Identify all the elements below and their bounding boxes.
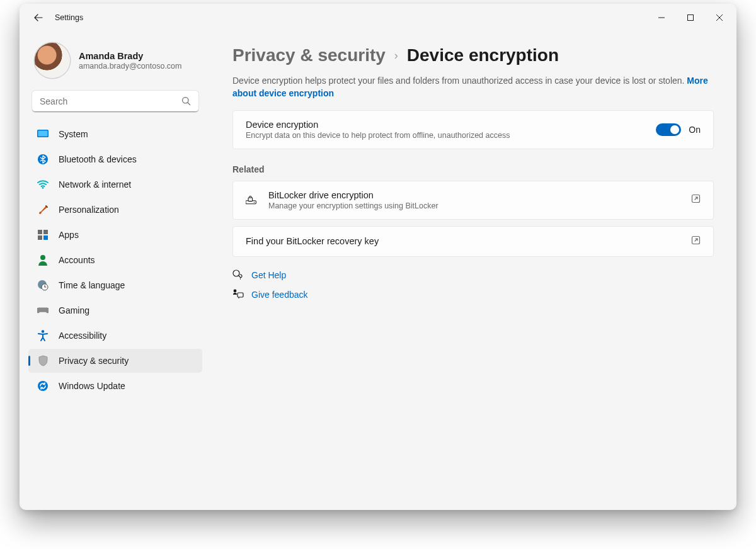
- related-heading: Related: [232, 164, 714, 174]
- nav: System Bluetooth & devices Network & int…: [28, 122, 202, 398]
- sidebar-item-update[interactable]: Windows Update: [28, 374, 202, 398]
- bluetooth-icon: [37, 154, 49, 165]
- svg-rect-0: [688, 15, 694, 21]
- svg-point-22: [240, 278, 241, 279]
- lead-text: Device encryption helps protect your fil…: [232, 74, 714, 100]
- svg-point-5: [42, 187, 44, 189]
- sidebar-item-gaming[interactable]: Gaming: [28, 298, 202, 322]
- svg-point-14: [42, 330, 44, 332]
- card-subtitle: Manage your encryption settings using Bi…: [268, 201, 680, 210]
- sidebar-item-apps[interactable]: Apps: [28, 223, 202, 247]
- profile-name: Amanda Brady: [79, 51, 181, 61]
- avatar: [35, 43, 70, 78]
- bitlocker-recovery-key-row[interactable]: Find your BitLocker recovery key: [232, 226, 714, 257]
- encryption-toggle[interactable]: On: [656, 123, 701, 136]
- sidebar: Amanda Brady amanda.brady@contoso.com Sy…: [20, 31, 209, 510]
- search-wrap: [32, 91, 198, 112]
- breadcrumb: Privacy & security › Device encryption: [232, 45, 714, 65]
- svg-point-15: [38, 381, 48, 391]
- minimize-button[interactable]: [647, 8, 676, 28]
- sidebar-item-time[interactable]: Time & language: [28, 273, 202, 297]
- window-title: Settings: [55, 13, 83, 22]
- svg-point-10: [40, 255, 45, 260]
- feedback-icon: [232, 289, 244, 301]
- sidebar-item-label: Apps: [59, 230, 79, 240]
- brush-icon: [37, 204, 49, 215]
- system-icon: [37, 128, 49, 140]
- card-title: Find your BitLocker recovery key: [246, 236, 680, 246]
- sidebar-item-accounts[interactable]: Accounts: [28, 248, 202, 272]
- sidebar-item-label: Windows Update: [59, 381, 125, 391]
- arrow-left-icon: [33, 13, 43, 23]
- update-icon: [37, 380, 49, 392]
- card-title: BitLocker drive encryption: [268, 190, 680, 200]
- sidebar-item-label: Personalization: [59, 205, 119, 215]
- svg-rect-18: [248, 198, 253, 201]
- sidebar-item-label: Bluetooth & devices: [59, 154, 137, 164]
- search-icon: [181, 96, 191, 106]
- svg-point-17: [254, 201, 255, 203]
- person-icon: [37, 254, 49, 266]
- sidebar-item-bluetooth[interactable]: Bluetooth & devices: [28, 147, 202, 171]
- svg-rect-6: [38, 230, 42, 234]
- close-button[interactable]: [705, 8, 734, 28]
- svg-rect-24: [238, 293, 243, 297]
- open-external-icon: [691, 194, 701, 206]
- svg-rect-3: [38, 131, 48, 137]
- bitlocker-drive-encryption-row[interactable]: BitLocker drive encryption Manage your e…: [232, 181, 714, 220]
- main-content: Privacy & security › Device encryption D…: [209, 31, 736, 510]
- maximize-button[interactable]: [676, 8, 705, 28]
- breadcrumb-parent[interactable]: Privacy & security: [232, 45, 386, 65]
- svg-rect-9: [43, 235, 48, 240]
- gamepad-icon: [37, 305, 49, 316]
- help-label: Get Help: [251, 270, 286, 280]
- help-icon: [232, 269, 244, 281]
- card-title: Device encryption: [246, 120, 644, 130]
- lead-body: Device encryption helps protect your fil…: [232, 76, 687, 86]
- sidebar-item-label: Accessibility: [59, 331, 106, 341]
- lock-drive-icon: [246, 195, 257, 206]
- open-external-icon: [691, 235, 701, 247]
- svg-rect-8: [38, 235, 42, 240]
- titlebar: Settings: [20, 4, 736, 31]
- apps-icon: [37, 229, 49, 241]
- sidebar-item-label: Privacy & security: [59, 356, 129, 366]
- minimize-icon: [658, 14, 665, 21]
- search-input[interactable]: [32, 91, 198, 112]
- svg-rect-7: [43, 230, 48, 234]
- feedback-label: Give feedback: [251, 290, 308, 300]
- accessibility-icon: [37, 330, 49, 341]
- shield-icon: [37, 355, 49, 366]
- back-button[interactable]: [26, 5, 51, 30]
- sidebar-item-privacy[interactable]: Privacy & security: [28, 349, 202, 373]
- profile-email: amanda.brady@contoso.com: [79, 62, 181, 71]
- sidebar-item-label: Network & internet: [59, 179, 131, 190]
- sidebar-item-label: Time & language: [59, 280, 125, 290]
- close-icon: [716, 14, 723, 21]
- sidebar-item-label: System: [59, 129, 88, 139]
- sidebar-item-accessibility[interactable]: Accessibility: [28, 324, 202, 348]
- sidebar-item-system[interactable]: System: [28, 122, 202, 146]
- page-title: Device encryption: [407, 45, 559, 65]
- toggle-state: On: [689, 125, 701, 135]
- wifi-icon: [37, 179, 49, 190]
- globe-clock-icon: [37, 280, 49, 291]
- toggle-track: [656, 123, 681, 136]
- svg-point-23: [234, 289, 237, 292]
- maximize-icon: [687, 14, 694, 21]
- device-encryption-card: Device encryption Encrypt data on this d…: [232, 110, 714, 149]
- sidebar-item-network[interactable]: Network & internet: [28, 173, 202, 196]
- sidebar-item-personalization[interactable]: Personalization: [28, 198, 202, 222]
- chevron-right-icon: ›: [394, 49, 398, 62]
- give-feedback-link[interactable]: Give feedback: [232, 289, 714, 301]
- profile-block[interactable]: Amanda Brady amanda.brady@contoso.com: [28, 31, 202, 91]
- card-subtitle: Encrypt data on this device to help prot…: [246, 131, 644, 140]
- sidebar-item-label: Gaming: [59, 305, 89, 315]
- sidebar-item-label: Accounts: [59, 255, 95, 265]
- get-help-link[interactable]: Get Help: [232, 269, 714, 281]
